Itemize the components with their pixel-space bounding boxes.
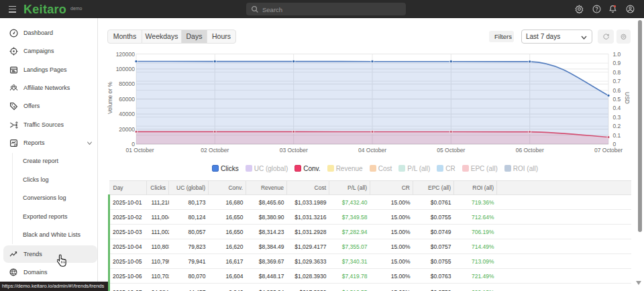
svg-text:20000: 20000 <box>119 126 135 133</box>
svg-text:06 October: 06 October <box>516 147 544 154</box>
svg-text:1.0: 1.0 <box>613 51 621 58</box>
svg-text:0.3: 0.3 <box>613 114 621 121</box>
svg-text:0.9: 0.9 <box>613 60 621 66</box>
svg-text:01 October: 01 October <box>125 147 154 154</box>
svg-text:02 October: 02 October <box>201 147 229 154</box>
svg-text:USD: USD <box>624 92 631 104</box>
svg-text:0.5: 0.5 <box>613 96 621 103</box>
svg-text:04 October: 04 October <box>358 147 386 154</box>
svg-text:0.6: 0.6 <box>613 87 621 94</box>
svg-text:0.4: 0.4 <box>613 105 621 111</box>
svg-text:Volume or %: Volume or % <box>107 81 113 114</box>
svg-text:40000: 40000 <box>119 111 135 117</box>
svg-text:120000: 120000 <box>116 51 136 58</box>
svg-text:0.7: 0.7 <box>613 78 621 84</box>
svg-text:80000: 80000 <box>119 80 135 87</box>
svg-text:07 October: 07 October <box>594 147 623 154</box>
svg-text:60000: 60000 <box>119 96 135 103</box>
svg-text:0.8: 0.8 <box>613 69 621 76</box>
svg-text:03 October: 03 October <box>280 147 308 154</box>
svg-text:0.1: 0.1 <box>613 132 621 139</box>
svg-text:0.2: 0.2 <box>613 123 621 129</box>
svg-text:100000: 100000 <box>116 66 136 72</box>
svg-text:05 October: 05 October <box>437 147 465 154</box>
